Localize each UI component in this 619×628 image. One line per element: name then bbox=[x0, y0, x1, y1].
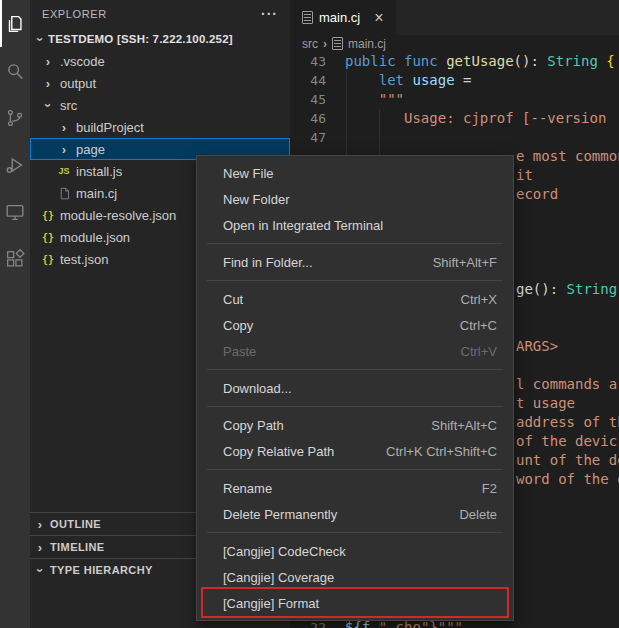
run-debug-icon[interactable] bbox=[0, 141, 30, 188]
more-actions-icon[interactable]: ··· bbox=[261, 6, 278, 22]
menu-item-shortcut: Ctrl+V bbox=[461, 344, 497, 359]
menu-item-shortcut: Ctrl+C bbox=[460, 318, 497, 333]
code-text bbox=[326, 128, 345, 147]
tree-item-label: test.json bbox=[60, 252, 108, 267]
menu-item-label: Delete Permanently bbox=[223, 507, 337, 522]
menu-item-copy-relative-path[interactable]: Copy Relative PathCtrl+K Ctrl+Shift+C bbox=[197, 438, 513, 464]
chevron-right-icon: › bbox=[40, 55, 56, 68]
code-line: 46 Usage: cjprof [--version bbox=[290, 109, 619, 128]
menu-item-label: Cut bbox=[223, 292, 243, 307]
menu-item-paste[interactable]: PasteCtrl+V bbox=[197, 338, 513, 364]
menu-item-shortcut: Shift+Alt+C bbox=[431, 418, 497, 433]
project-root-row[interactable]: › TESTDEMO [SSH: 7.222.100.252] bbox=[30, 28, 290, 50]
close-icon[interactable]: × bbox=[374, 10, 383, 26]
menu-item-shortcut: Delete bbox=[459, 507, 497, 522]
chevron-right-icon: › bbox=[323, 37, 327, 51]
source-control-icon[interactable] bbox=[0, 94, 30, 141]
tree-item-label: output bbox=[60, 76, 96, 91]
tree-item-src[interactable]: ›src bbox=[30, 94, 290, 116]
code-fragment: unt of the de bbox=[516, 451, 619, 470]
menu-item-find-in-folder[interactable]: Find in Folder...Shift+Alt+F bbox=[197, 249, 513, 275]
menu-item-new-folder[interactable]: New Folder bbox=[197, 186, 513, 212]
menu-item-label: Find in Folder... bbox=[223, 255, 313, 270]
menu-separator bbox=[207, 532, 503, 533]
menu-item-download[interactable]: Download... bbox=[197, 375, 513, 401]
panel-label: OUTLINE bbox=[50, 518, 101, 530]
file-icon bbox=[302, 11, 313, 24]
tree-item-label: buildProject bbox=[76, 120, 144, 135]
menu-item-label: New File bbox=[223, 166, 274, 181]
tree-item-label: install.js bbox=[76, 164, 122, 179]
menu-separator bbox=[207, 469, 503, 470]
menu-item-rename[interactable]: RenameF2 bbox=[197, 475, 513, 501]
menu-item-shortcut: Ctrl+K Ctrl+Shift+C bbox=[386, 444, 497, 459]
tree-item-label: module-resolve.json bbox=[60, 208, 176, 223]
breadcrumb-item-main-cj[interactable]: main.cj bbox=[348, 37, 386, 51]
menu-item-shortcut: Shift+Alt+F bbox=[433, 255, 497, 270]
code-fragment: address of the bbox=[516, 413, 619, 432]
chevron-down-icon: › bbox=[34, 562, 47, 578]
menu-item-delete-permanently[interactable]: Delete PermanentlyDelete bbox=[197, 501, 513, 527]
menu-item-label: New Folder bbox=[223, 192, 289, 207]
code-line: 45 """ bbox=[290, 90, 619, 109]
menu-item-label: Download... bbox=[223, 381, 292, 396]
menu-item-new-file[interactable]: New File bbox=[197, 160, 513, 186]
code-text: public func getUsage(): String { bbox=[326, 52, 615, 71]
context-menu: New FileNew FolderOpen in Integrated Ter… bbox=[196, 155, 514, 621]
menu-item-label: Rename bbox=[223, 481, 272, 496]
tree-item-vscode[interactable]: ›.vscode bbox=[30, 50, 290, 72]
tree-item-label: src bbox=[60, 98, 77, 113]
code-fragment: word of the d bbox=[516, 470, 619, 489]
menu-item-label: [Cangjie] Coverage bbox=[223, 570, 334, 585]
menu-item-cut[interactable]: CutCtrl+X bbox=[197, 286, 513, 312]
menu-item-label: Paste bbox=[223, 344, 256, 359]
menu-separator bbox=[207, 280, 503, 281]
panel-label: TIMELINE bbox=[50, 541, 105, 553]
code-fragment: t usage bbox=[516, 394, 575, 413]
code-fragment: ecord bbox=[516, 185, 558, 204]
code-text: let usage = bbox=[326, 71, 471, 90]
panel-label: TYPE HIERARCHY bbox=[50, 564, 153, 576]
js-file-icon: JS bbox=[56, 166, 72, 176]
menu-separator bbox=[207, 243, 503, 244]
json-file-icon: {} bbox=[40, 232, 56, 243]
code-fragment: of the devic bbox=[516, 432, 617, 451]
json-file-icon: {} bbox=[40, 254, 56, 265]
chevron-down-icon: › bbox=[34, 31, 47, 47]
project-label: TESTDEMO [SSH: 7.222.100.252] bbox=[48, 33, 233, 45]
tree-item-buildproject[interactable]: ›buildProject bbox=[30, 116, 290, 138]
json-file-icon: {} bbox=[40, 210, 56, 221]
menu-item-label: Copy Relative Path bbox=[223, 444, 334, 459]
code-text: """ bbox=[326, 90, 404, 109]
code-text: Usage: cjprof [--version bbox=[326, 109, 606, 128]
menu-separator bbox=[207, 406, 503, 407]
search-icon[interactable] bbox=[0, 47, 30, 94]
remote-explorer-icon[interactable] bbox=[0, 188, 30, 235]
chevron-right-icon: › bbox=[32, 518, 48, 531]
menu-item-label: [Cangjie] Format bbox=[223, 596, 319, 611]
sidebar-header: EXPLORER ··· bbox=[30, 0, 290, 28]
menu-item-cangjie-codecheck[interactable]: [Cangjie] CodeCheck bbox=[197, 538, 513, 564]
tab-bar: main.cj × bbox=[290, 0, 619, 35]
breadcrumb: src › main.cj bbox=[290, 35, 619, 52]
code-fragment: ge(): String { bbox=[516, 280, 619, 299]
chevron-right-icon: › bbox=[40, 77, 56, 90]
explorer-icon[interactable] bbox=[0, 0, 30, 47]
breadcrumb-item-src[interactable]: src bbox=[302, 37, 318, 51]
menu-item-shortcut: Ctrl+X bbox=[461, 292, 497, 307]
chevron-right-icon: › bbox=[56, 143, 72, 156]
tab-label: main.cj bbox=[319, 10, 360, 25]
code-fragment: it bbox=[516, 166, 533, 185]
menu-item-cangjie-coverage[interactable]: [Cangjie] Coverage bbox=[197, 564, 513, 590]
menu-item-copy-path[interactable]: Copy PathShift+Alt+C bbox=[197, 412, 513, 438]
file-icon bbox=[332, 37, 343, 50]
menu-item-copy[interactable]: CopyCtrl+C bbox=[197, 312, 513, 338]
activity-bar bbox=[0, 0, 30, 628]
menu-item-cangjie-format[interactable]: [Cangjie] Format bbox=[197, 590, 513, 616]
code-line: 43public func getUsage(): String { bbox=[290, 52, 619, 71]
tab-main-cj[interactable]: main.cj × bbox=[290, 0, 396, 35]
extensions-icon[interactable] bbox=[0, 235, 30, 282]
menu-item-open-in-integrated-terminal[interactable]: Open in Integrated Terminal bbox=[197, 212, 513, 238]
file-icon bbox=[56, 187, 72, 200]
tree-item-output[interactable]: ›output bbox=[30, 72, 290, 94]
